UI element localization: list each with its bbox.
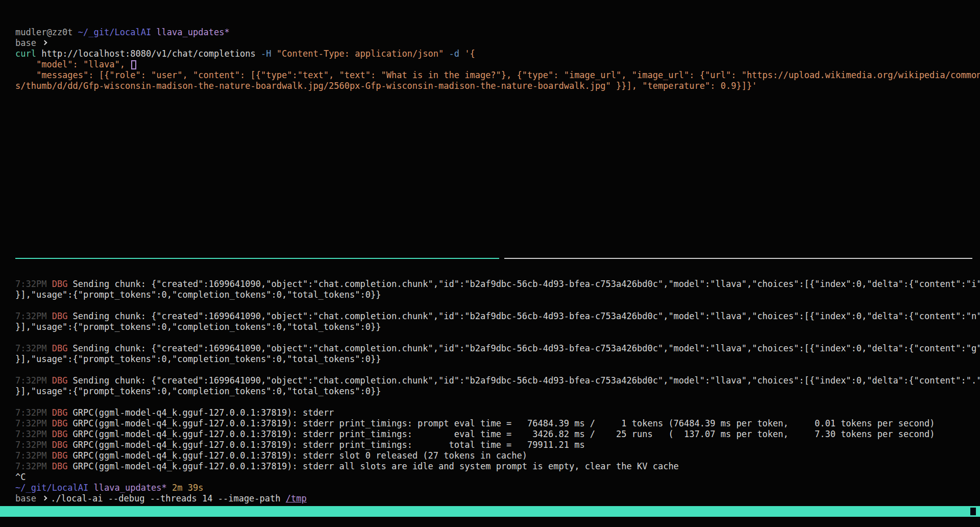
command-text: ./local-ai --debug --threads 14 --image-… [51,493,286,504]
timestamp: 7:32PM [15,343,52,353]
log-level: DBG [52,461,73,471]
command-duration: 2m 39s [172,483,203,493]
timestamp: 7:32PM [15,429,52,439]
command-line: curl http://localhost:8080/v1/chat/compl… [15,49,980,59]
terminal-line [15,365,980,375]
log-line: 7:32PM DBG GRPC(ggml-model-q4_k.gguf-127… [15,418,980,429]
timestamp: 7:32PM [15,440,52,450]
venv-name: base [15,493,41,504]
json-body: s/thumb/d/dd/Gfp-wisconsin-madison-the-n… [15,81,757,91]
log-text: GRPC(ggml-model-q4_k.gguf-127.0.0.1:3781… [73,418,935,428]
log-text: }],"usage":{"prompt_tokens":0,"completio… [15,354,381,364]
prompt-chevron-icon [42,40,47,45]
log-line: 7:32PM DBG Sending chunk: {"created":169… [15,311,980,322]
prompt-line: ~/_git/LocalAI llava_updates* 2m 39s [15,483,980,493]
log-level: DBG [52,418,73,428]
timestamp: 7:32PM [15,375,52,386]
divider-white-segment [504,258,972,259]
image-path-arg[interactable]: /tmp [286,493,307,504]
git-branch: llava_updates* [94,483,173,493]
status-bar-end-block [970,508,976,515]
timestamp: 7:32PM [15,461,52,471]
log-text: Sending chunk: {"created":1699641090,"ob… [73,375,980,386]
log-text: GRPC(ggml-model-q4_k.gguf-127.0.0.1:3781… [73,440,585,450]
log-level: DBG [52,440,73,450]
log-text: }],"usage":{"prompt_tokens":0,"completio… [15,322,381,332]
cursor [131,60,136,69]
command-name: curl [15,49,41,59]
prompt-chevron-icon [42,496,47,501]
command-url-arg: http://localhost:8080/v1/chat/completion… [41,49,261,59]
divider-gap [499,258,504,259]
divider-teal-segment [15,258,499,259]
command-line: "messages": [{"role": "user", "content":… [15,70,980,81]
log-text: }],"usage":{"prompt_tokens":0,"completio… [15,290,381,300]
flag-header: -H [261,49,277,59]
log-line: }],"usage":{"prompt_tokens":0,"completio… [15,322,980,332]
prompt-line: mudler@zz0t ~/_git/LocalAI llava_updates… [15,27,980,38]
pane-divider [15,258,980,259]
git-branch: llava_updates* [156,27,229,37]
cwd-path: ~/_git/LocalAI [78,27,157,37]
terminal-output[interactable]: mudler@zz0t ~/_git/LocalAI llava_updates… [15,27,980,504]
log-line: }],"usage":{"prompt_tokens":0,"completio… [15,290,980,300]
cwd-path: ~/_git/LocalAI [15,483,94,493]
log-line: 7:32PM DBG GRPC(ggml-model-q4_k.gguf-127… [15,440,980,450]
log-level: DBG [52,408,73,418]
log-text: GRPC(ggml-model-q4_k.gguf-127.0.0.1:3781… [73,461,679,471]
log-line: 7:32PM DBG Sending chunk: {"created":169… [15,343,980,354]
log-level: DBG [52,279,73,289]
log-line: 7:32PM DBG GRPC(ggml-model-q4_k.gguf-127… [15,461,980,472]
blank-region [15,91,980,258]
log-text: GRPC(ggml-model-q4_k.gguf-127.0.0.1:3781… [73,450,527,461]
log-line: 7:32PM DBG Sending chunk: {"created":169… [15,375,980,386]
terminal-window: mudler@zz0t ~/_git/LocalAI llava_updates… [0,0,980,527]
timestamp: 7:32PM [15,311,52,321]
timestamp: 7:32PM [15,450,52,461]
header-string: "Content-Type: application/json" [277,49,449,59]
log-level: DBG [52,375,73,386]
blank-region [15,259,980,279]
terminal-line [15,397,980,408]
log-line: 7:32PM DBG GRPC(ggml-model-q4_k.gguf-127… [15,408,980,418]
prompt-line: base [15,38,980,49]
timestamp: 7:32PM [15,418,52,428]
json-body: "messages": [{"role": "user", "content":… [15,70,980,80]
log-line: }],"usage":{"prompt_tokens":0,"completio… [15,354,980,365]
log-level: DBG [52,450,73,461]
interrupt-signal: ^C [15,472,26,482]
log-text: Sending chunk: {"created":1699641090,"ob… [73,311,980,321]
log-line: ^C [15,472,980,483]
flag-data: -d [449,49,465,59]
command-line: s/thumb/d/dd/Gfp-wisconsin-madison-the-n… [15,81,980,91]
json-body: "model": "llava", [15,59,130,69]
user-host: mudler@zz0t [15,27,78,37]
command-line: "model": "llava", [15,59,980,70]
timestamp: 7:32PM [15,279,52,289]
json-open: '{ [464,49,475,59]
log-text: }],"usage":{"prompt_tokens":0,"completio… [15,386,381,396]
log-text: Sending chunk: {"created":1699641090,"ob… [73,343,980,353]
venv-name: base [15,38,41,48]
tmux-status-bar: [0] <0:zsh 21:zsh 22:zsh 23:zsh 24:zsh 2… [0,506,980,517]
timestamp: 7:32PM [15,408,52,418]
command-line: base ./local-ai --debug --threads 14 --i… [15,493,980,504]
log-line: 7:32PM DBG GRPC(ggml-model-q4_k.gguf-127… [15,429,980,440]
log-line: 7:32PM DBG Sending chunk: {"created":169… [15,279,980,290]
log-line: 7:32PM DBG GRPC(ggml-model-q4_k.gguf-127… [15,450,980,461]
log-level: DBG [52,343,73,353]
log-level: DBG [52,311,73,321]
log-text: GRPC(ggml-model-q4_k.gguf-127.0.0.1:3781… [73,429,935,439]
log-level: DBG [52,429,73,439]
log-text: GRPC(ggml-model-q4_k.gguf-127.0.0.1:3781… [73,408,339,418]
log-line: }],"usage":{"prompt_tokens":0,"completio… [15,386,980,397]
terminal-line [15,300,980,311]
log-text: Sending chunk: {"created":1699641090,"ob… [73,279,980,289]
terminal-line [15,332,980,343]
